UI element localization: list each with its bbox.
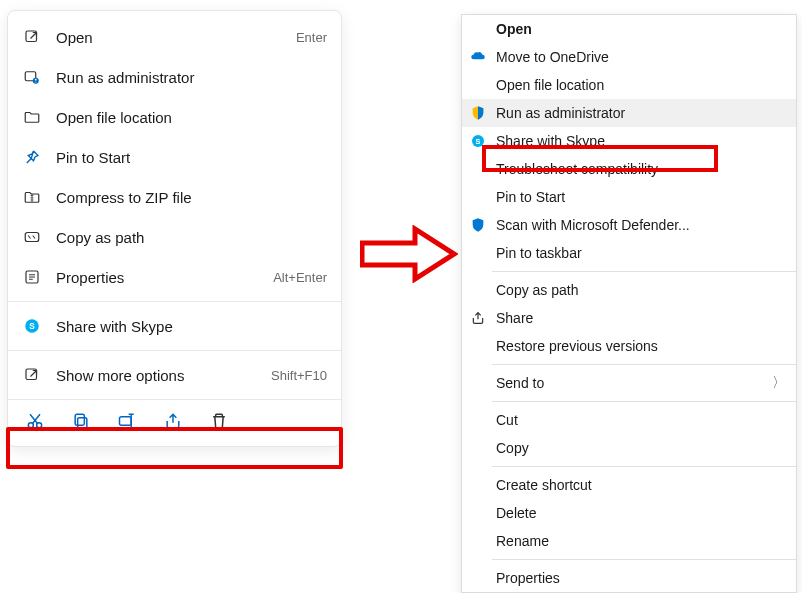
menu-item-label: Properties [496,570,786,586]
menu-item-delete[interactable]: Delete [462,499,796,527]
menu-item-label: Copy as path [496,282,786,298]
blank-icon [468,336,488,356]
menu-item-shortcut: Shift+F10 [271,368,327,383]
menu-item-label: Scan with Microsoft Defender... [496,217,786,233]
skype-icon: S [468,131,488,151]
zip-icon [22,187,42,207]
menu-item-label: Run as administrator [496,105,786,121]
menu-item-label: Move to OneDrive [496,49,786,65]
menu-item-label: Restore previous versions [496,338,786,354]
menu-item-label: Open file location [496,77,786,93]
folder-icon [22,107,42,127]
menu-item-open-location[interactable]: Open file location [8,97,341,137]
menu-item-rename[interactable]: Rename [462,527,796,555]
blank-icon [468,75,488,95]
menu-item-create-shortcut[interactable]: Create shortcut [462,471,796,499]
blank-icon [468,475,488,495]
svg-rect-4 [25,233,39,242]
share-icon[interactable] [162,410,184,432]
skype-icon: S [22,316,42,336]
menu-item-copy-path[interactable]: Copy as path [462,276,796,304]
classic-context-menu: Open Move to OneDrive Open file location… [461,14,797,593]
win11-context-menu: Open Enter Run as administrator Open fil… [7,10,342,447]
menu-item-cut[interactable]: Cut [462,406,796,434]
menu-item-pin-start[interactable]: Pin to Start [8,137,341,177]
menu-item-label: Pin to Start [496,189,786,205]
menu-item-restore-versions[interactable]: Restore previous versions [462,332,796,360]
separator [492,271,796,272]
menu-item-label: Copy [496,440,786,456]
blank-icon [468,19,488,39]
menu-item-share-skype[interactable]: S Share with Skype [8,306,341,346]
onedrive-icon [468,47,488,67]
menu-item-label: Cut [496,412,786,428]
separator [8,301,341,302]
menu-item-run-admin[interactable]: Run as administrator [462,99,796,127]
menu-item-run-admin[interactable]: Run as administrator [8,57,341,97]
annotation-arrow-icon [360,225,458,283]
blank-icon [468,410,488,430]
separator [492,401,796,402]
defender-icon [468,215,488,235]
rename-icon[interactable] [116,410,138,432]
menu-item-shortcut: Alt+Enter [273,270,327,285]
menu-item-share-skype[interactable]: S Share with Skype [462,127,796,155]
menu-item-label: Run as administrator [56,69,327,86]
properties-icon [22,267,42,287]
menu-item-label: Send to [496,375,764,391]
menu-item-copy[interactable]: Copy [462,434,796,462]
menu-item-label: Share [496,310,786,326]
blank-icon [468,373,488,393]
menu-item-label: Pin to taskbar [496,245,786,261]
menu-item-properties[interactable]: Properties [462,564,796,592]
menu-item-compress-zip[interactable]: Compress to ZIP file [8,177,341,217]
svg-text:S: S [476,137,481,146]
pin-icon [22,147,42,167]
menu-item-label: Copy as path [56,229,327,246]
menu-item-shortcut: Enter [296,30,327,45]
svg-rect-13 [120,417,132,425]
menu-item-scan-defender[interactable]: Scan with Microsoft Defender... [462,211,796,239]
menu-item-label: Open [496,21,786,37]
blank-icon [468,243,488,263]
delete-icon[interactable] [208,410,230,432]
action-bar [8,399,341,440]
cut-icon[interactable] [24,410,46,432]
blank-icon [468,531,488,551]
blank-icon [468,438,488,458]
menu-item-move-onedrive[interactable]: Move to OneDrive [462,43,796,71]
menu-item-label: Open file location [56,109,327,126]
menu-item-pin-start[interactable]: Pin to Start [462,183,796,211]
menu-item-label: Troubleshoot compatibility [496,161,786,177]
menu-item-troubleshoot[interactable]: Troubleshoot compatibility [462,155,796,183]
menu-item-pin-taskbar[interactable]: Pin to taskbar [462,239,796,267]
menu-item-label: Show more options [56,367,257,384]
menu-item-open[interactable]: Open [462,15,796,43]
menu-item-send-to[interactable]: Send to 〉 [462,369,796,397]
separator [492,466,796,467]
menu-item-open[interactable]: Open Enter [8,17,341,57]
menu-item-open-location[interactable]: Open file location [462,71,796,99]
svg-rect-12 [75,414,84,425]
copy-icon[interactable] [70,410,92,432]
menu-item-share[interactable]: Share [462,304,796,332]
svg-rect-11 [78,418,87,429]
menu-item-copy-path[interactable]: Copy as path [8,217,341,257]
menu-item-label: Compress to ZIP file [56,189,327,206]
menu-item-label: Properties [56,269,259,286]
menu-item-show-more[interactable]: Show more options Shift+F10 [8,355,341,395]
menu-item-label: Open [56,29,282,46]
menu-item-label: Rename [496,533,786,549]
menu-item-properties[interactable]: Properties Alt+Enter [8,257,341,297]
admin-icon [22,67,42,87]
share-icon [468,308,488,328]
more-icon [22,365,42,385]
blank-icon [468,280,488,300]
blank-icon [468,503,488,523]
svg-text:S: S [29,322,35,331]
separator [492,559,796,560]
separator [8,350,341,351]
menu-item-label: Share with Skype [496,133,786,149]
path-icon [22,227,42,247]
shield-icon [468,103,488,123]
